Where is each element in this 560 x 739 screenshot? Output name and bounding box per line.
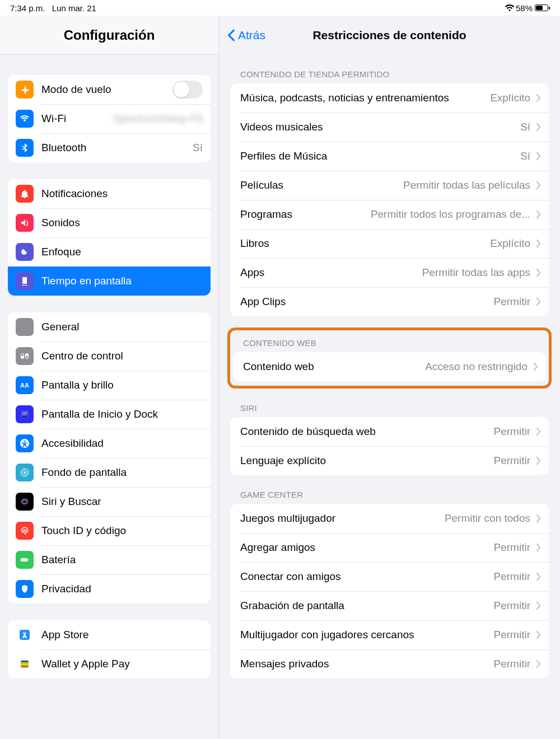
detail-row[interactable]: Contenido webAcceso no restringido <box>233 352 546 381</box>
sidebar-item-touchid[interactable]: Touch ID y código <box>8 516 211 545</box>
sidebar-item-bt[interactable]: BluetoothSí <box>8 133 211 162</box>
svg-rect-25 <box>21 665 29 667</box>
detail-row[interactable]: Videos musicalesSí <box>230 113 549 142</box>
detail-row[interactable]: App ClipsPermitir <box>230 287 549 316</box>
sidebar-item-wallet[interactable]: Wallet y Apple Pay <box>8 649 211 679</box>
cc-icon <box>16 347 34 365</box>
detail-row-label: Perfiles de Música <box>240 150 327 162</box>
section-header-siri: SIRI <box>240 403 549 413</box>
detail-row[interactable]: Multijugador con jugadores cercanosPermi… <box>230 620 549 649</box>
detail-row-value: Permitir todas las apps <box>270 266 530 279</box>
sidebar-item-priv[interactable]: Privacidad <box>8 574 211 604</box>
detail-scroll: CONTENIDO DE TIENDA PERMITIDOMúsica, pod… <box>219 55 560 739</box>
focus-icon <box>16 243 34 261</box>
sidebar-item-bat[interactable]: Batería <box>8 545 211 574</box>
section-header-store: CONTENIDO DE TIENDA PERMITIDO <box>240 69 549 79</box>
detail-row[interactable]: ProgramasPermitir todos los programas de… <box>230 200 549 229</box>
toggle-off[interactable] <box>172 81 203 99</box>
sidebar-item-notif[interactable]: Notificaciones <box>8 179 211 208</box>
detail-row[interactable]: Lenguaje explícitoPermitir <box>230 446 549 475</box>
siri-icon <box>16 493 34 511</box>
sidebar-item-label: Touch ID y código <box>41 525 203 537</box>
detail-row-label: Agregar amigos <box>240 541 315 554</box>
sidebar-group-general: GeneralCentro de controlAAPantalla y bri… <box>8 312 211 604</box>
detail-row[interactable]: Contenido de búsqueda webPermitir <box>230 417 549 446</box>
detail-row[interactable]: Mensajes privadosPermitir <box>230 649 549 679</box>
svg-point-11 <box>26 414 27 415</box>
chevron-right-icon <box>536 181 541 190</box>
section-group-web: Contenido webAcceso no restringido <box>233 352 546 381</box>
svg-point-10 <box>24 414 26 415</box>
detail-row-value: Acceso no restringido <box>320 361 528 373</box>
back-button[interactable]: Atrás <box>227 16 265 55</box>
section-header-web: CONTENIDO WEB <box>243 338 549 348</box>
wall-icon <box>16 464 34 481</box>
battery-pct: 58% <box>516 3 533 13</box>
detail-row-value: Sí <box>329 121 530 133</box>
sidebar-item-label: Privacidad <box>41 583 203 595</box>
sidebar-item-label: App Store <box>41 629 203 641</box>
detail-row[interactable]: Agregar amigosPermitir <box>230 533 549 562</box>
chevron-right-icon <box>536 572 541 581</box>
sidebar-item-label: Pantalla y brillo <box>41 379 203 391</box>
detail-row-value: Permitir <box>321 541 530 554</box>
detail-row-label: Grabación de pantalla <box>240 600 344 612</box>
detail-row-label: Videos musicales <box>240 121 323 133</box>
nav-bar: Atrás Restricciones de contenido <box>219 16 560 55</box>
detail-row-label: Programas <box>240 208 292 221</box>
bt-icon <box>16 139 34 157</box>
chevron-right-icon <box>536 427 541 436</box>
sidebar-item-airplane[interactable]: Modo de vuelo <box>8 75 211 104</box>
sidebar-item-label: Centro de control <box>41 350 203 362</box>
touchid-icon <box>16 522 34 540</box>
detail-row-label: App Clips <box>240 296 286 308</box>
chevron-left-icon <box>227 29 236 41</box>
section-header-gc: GAME CENTER <box>240 490 549 499</box>
sidebar-item-sound[interactable]: Sonidos <box>8 208 211 237</box>
sidebar-item-gen[interactable]: General <box>8 312 211 342</box>
chevron-right-icon <box>536 239 541 248</box>
detail-row-label: Música, podcasts, noticias y entrenamien… <box>240 92 449 104</box>
sidebar-item-home[interactable]: Pantalla de Inicio y Dock <box>8 400 211 429</box>
sidebar-item-siri[interactable]: Siri y Buscar <box>8 487 211 516</box>
detail-row[interactable]: Perfiles de MúsicaSí <box>230 142 549 171</box>
chevron-right-icon <box>536 543 541 552</box>
detail-row-label: Multijugador con jugadores cercanos <box>240 629 414 641</box>
sidebar-item-display[interactable]: AAPantalla y brillo <box>8 371 211 400</box>
chevron-right-icon <box>536 297 541 306</box>
sidebar-title: Configuración <box>0 16 218 55</box>
svg-point-14 <box>24 441 26 442</box>
sidebar-group-store: App StoreWallet y Apple Pay <box>8 620 211 679</box>
detail-row-label: Contenido de búsqueda web <box>240 425 376 438</box>
detail-row[interactable]: Juegos multijugadorPermitir con todos <box>230 504 549 533</box>
chevron-right-icon <box>536 456 541 465</box>
detail-row-value: Permitir <box>332 455 530 467</box>
sidebar-item-label: Pantalla de Inicio y Dock <box>41 408 203 420</box>
sidebar-group-notif: NotificacionesSonidosEnfoqueTiempo en pa… <box>8 179 211 296</box>
detail-row-value: Permitir todos los programas de... <box>298 208 530 221</box>
detail-row[interactable]: AppsPermitir todas las apps <box>230 258 549 287</box>
nav-title: Restricciones de contenido <box>219 29 560 42</box>
sidebar-item-wifi[interactable]: Wi-FiSpectrumSetup-F8 <box>8 104 211 133</box>
screentime-icon <box>16 272 34 290</box>
section-group-siri: Contenido de búsqueda webPermitirLenguaj… <box>230 417 549 475</box>
highlight-web: CONTENIDO WEBContenido webAcceso no rest… <box>227 328 552 389</box>
detail-row[interactable]: LibrosExplícito <box>230 229 549 258</box>
acc-icon <box>16 434 34 452</box>
sidebar-item-cc[interactable]: Centro de control <box>8 342 211 371</box>
sidebar-item-appstore[interactable]: App Store <box>8 620 211 649</box>
sidebar-item-label: Accesibilidad <box>41 437 203 450</box>
detail-row[interactable]: PelículasPermitir todas las películas <box>230 171 549 200</box>
chevron-right-icon <box>536 268 541 277</box>
svg-rect-19 <box>21 558 27 562</box>
sidebar-item-focus[interactable]: Enfoque <box>8 237 211 266</box>
wifi-icon <box>505 4 515 12</box>
sidebar-item-screentime[interactable]: Tiempo en pantalla <box>8 266 211 296</box>
detail-row[interactable]: Grabación de pantallaPermitir <box>230 591 549 620</box>
detail-row[interactable]: Conectar con amigosPermitir <box>230 562 549 591</box>
sidebar-item-label: Siri y Buscar <box>41 495 203 508</box>
sidebar-item-acc[interactable]: Accesibilidad <box>8 429 211 458</box>
chevron-right-icon <box>536 93 541 102</box>
detail-row[interactable]: Música, podcasts, noticias y entrenamien… <box>230 83 549 113</box>
sidebar-item-wall[interactable]: Fondo de pantalla <box>8 458 211 487</box>
